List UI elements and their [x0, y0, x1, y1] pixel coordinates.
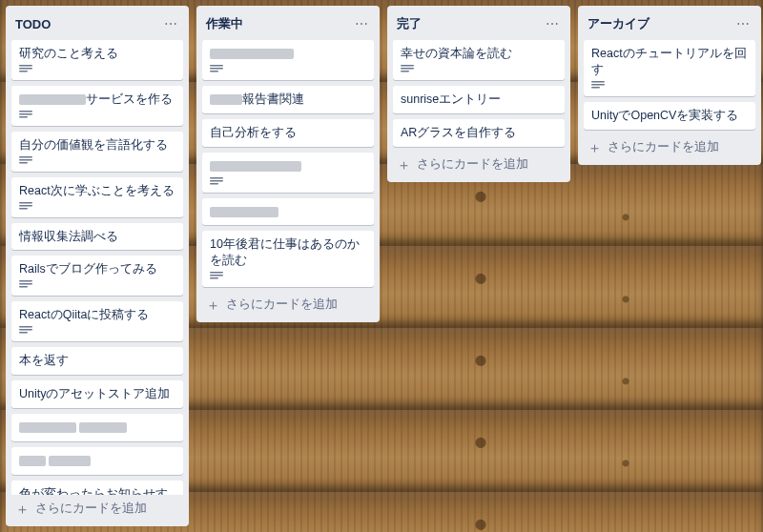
description-icon [19, 326, 32, 336]
plus-icon: ＋ [588, 140, 602, 154]
svg-rect-19 [210, 68, 223, 70]
card-title [210, 46, 366, 62]
card-title: 自己分析をする [210, 125, 366, 141]
plus-icon: ＋ [15, 501, 30, 516]
card[interactable]: 10年後君に仕事はあるのかを読む [202, 231, 374, 287]
list-title[interactable]: TODO [15, 17, 51, 31]
list-header: 作業中⋯ [196, 6, 380, 38]
card[interactable]: 幸せの資本論を読む [393, 40, 565, 80]
card-list: Reactのチュートリアルを回すUnityでOpenCVを実装する [578, 38, 761, 133]
card[interactable]: Reactのチュートリアルを回す [584, 40, 755, 96]
card-title: 報告書関連 [210, 92, 366, 108]
list-title[interactable]: 完了 [397, 15, 422, 32]
card-title: 色が変わったらお知らせするbot作る [19, 486, 175, 495]
card-title: React次に学ぶことを考える [19, 183, 175, 199]
svg-rect-29 [401, 71, 409, 72]
svg-rect-4 [19, 113, 32, 115]
svg-rect-26 [210, 277, 218, 279]
add-card-label: さらにカードを追加 [417, 156, 528, 173]
description-icon [401, 65, 414, 74]
list-header: TODO⋯ [6, 6, 189, 38]
card[interactable]: 報告書関連 [202, 86, 374, 113]
description-icon [210, 177, 223, 187]
card[interactable]: React次に学ぶことを考える [11, 177, 183, 217]
plus-icon: ＋ [206, 297, 220, 312]
add-card-button[interactable]: ＋さらにカードを追加 [387, 151, 570, 180]
description-icon [210, 272, 223, 281]
card-title: Railsでブログ作ってみる [19, 261, 175, 277]
add-card-label: さらにカードを追加 [35, 501, 147, 517]
card[interactable]: sunriseエントリー [393, 86, 565, 113]
svg-rect-2 [19, 71, 28, 72]
card[interactable]: 研究のこと考える [11, 40, 183, 80]
card-list: 研究のこと考えるサービスを作る自分の価値観を言語化するReact次に学ぶことを考… [6, 38, 189, 495]
description-icon [19, 65, 32, 74]
svg-rect-10 [19, 205, 32, 207]
description-icon [19, 156, 32, 166]
svg-rect-12 [19, 280, 32, 282]
card[interactable]: 自己分析をする [202, 119, 374, 147]
card[interactable]: ARグラスを自作する [393, 119, 565, 147]
svg-rect-21 [210, 177, 223, 179]
redacted-text [210, 49, 294, 59]
card-title: Reactのチュートリアルを回す [591, 46, 748, 78]
card[interactable] [11, 414, 183, 441]
redacted-text [19, 94, 86, 105]
description-icon [19, 280, 32, 290]
card[interactable]: 情報収集法調べる [11, 223, 183, 251]
svg-rect-6 [19, 156, 32, 158]
list-menu-button[interactable]: ⋯ [732, 13, 753, 34]
add-card-button[interactable]: ＋さらにカードを追加 [196, 291, 380, 320]
svg-rect-15 [19, 326, 32, 328]
redacted-text [79, 422, 127, 433]
card-title: ReactのQiitaに投稿する [19, 307, 175, 323]
svg-rect-0 [19, 65, 32, 67]
list-title[interactable]: 作業中 [206, 15, 243, 32]
card[interactable] [202, 40, 374, 80]
card-title: 情報収集法調べる [19, 229, 175, 245]
card-title [210, 158, 366, 174]
add-card-label: さらにカードを追加 [226, 297, 338, 313]
card[interactable]: Railsでブログ作ってみる [11, 256, 183, 296]
svg-rect-16 [19, 329, 32, 331]
card[interactable] [202, 198, 374, 226]
list: アーカイブ⋯Reactのチュートリアルを回すUnityでOpenCVを実装する＋… [578, 6, 761, 165]
svg-rect-18 [210, 65, 223, 67]
list-menu-button[interactable]: ⋯ [351, 13, 372, 34]
list-title[interactable]: アーカイブ [588, 15, 650, 32]
redacted-text [210, 94, 242, 105]
card[interactable]: 自分の価値観を言語化する [11, 132, 183, 172]
svg-rect-20 [210, 71, 218, 72]
card-title: 本を返す [19, 353, 175, 369]
svg-rect-8 [19, 162, 28, 164]
redacted-text [210, 161, 301, 172]
card-title: Unityのアセットストア追加 [19, 386, 175, 402]
card[interactable]: 本を返す [11, 347, 183, 375]
card[interactable]: UnityでOpenCVを実装する [584, 102, 755, 130]
add-card-button[interactable]: ＋さらにカードを追加 [6, 495, 189, 524]
redacted-text [19, 422, 76, 433]
svg-rect-14 [19, 286, 28, 288]
svg-rect-27 [401, 65, 414, 67]
list-header: アーカイブ⋯ [578, 6, 761, 38]
svg-rect-30 [591, 81, 605, 83]
list-menu-button[interactable]: ⋯ [542, 13, 563, 34]
card[interactable] [11, 447, 183, 475]
add-card-button[interactable]: ＋さらにカードを追加 [578, 133, 761, 163]
card[interactable]: 色が変わったらお知らせするbot作る [11, 481, 183, 495]
card[interactable]: ReactのQiitaに投稿する [11, 301, 183, 341]
card[interactable]: Unityのアセットストア追加 [11, 380, 183, 408]
description-icon [19, 202, 32, 212]
svg-rect-13 [19, 283, 32, 285]
card[interactable] [202, 153, 374, 193]
svg-rect-1 [19, 68, 32, 70]
list-header: 完了⋯ [387, 6, 570, 38]
svg-rect-9 [19, 202, 32, 204]
board: TODO⋯研究のこと考えるサービスを作る自分の価値観を言語化するReact次に学… [0, 0, 763, 532]
description-icon [591, 81, 605, 91]
svg-rect-23 [210, 183, 218, 185]
card-title [19, 453, 175, 469]
list-menu-button[interactable]: ⋯ [160, 13, 181, 34]
card[interactable]: サービスを作る [11, 86, 183, 126]
card-title: UnityでOpenCVを実装する [591, 108, 748, 124]
